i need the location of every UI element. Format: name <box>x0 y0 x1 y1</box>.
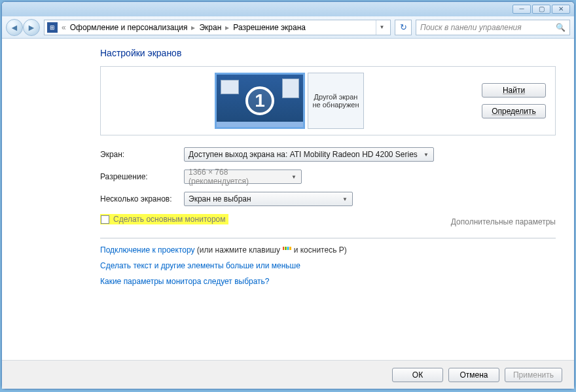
primary-monitor-checkbox[interactable] <box>101 215 109 224</box>
multi-select[interactable]: Экран не выбран ▼ <box>184 192 353 206</box>
breadcrumb-prefix: « <box>62 23 66 32</box>
monitor-primary[interactable]: 1 <box>215 73 305 129</box>
display-row: Экран: Доступен выход экрана на: ATI Mob… <box>100 147 556 162</box>
projector-link[interactable]: Подключение к проектору (или нажмите кла… <box>100 245 556 255</box>
advanced-settings-link[interactable]: Дополнительные параметры <box>451 217 556 226</box>
cancel-button[interactable]: Отмена <box>448 368 499 382</box>
nav-row: ◄ ► ⊞ « Оформление и персонализация ▸ Эк… <box>2 16 574 39</box>
breadcrumb-item[interactable]: Разрешение экрана <box>233 23 306 32</box>
breadcrumb-item[interactable]: Экран <box>199 23 221 32</box>
which-monitor-link[interactable]: Какие параметры монитора следует выбрать… <box>100 277 556 286</box>
monitor-side-buttons: Найти Определить <box>482 83 546 118</box>
display-select[interactable]: Доступен выход экрана на: ATI Mobility R… <box>184 147 434 162</box>
back-button[interactable]: ◄ <box>6 19 23 36</box>
find-button[interactable]: Найти <box>482 83 546 98</box>
breadcrumb-item[interactable]: Оформление и персонализация <box>70 23 188 32</box>
windows-key-icon <box>282 247 291 255</box>
chevron-right-icon: ▸ <box>225 23 229 32</box>
search-placeholder: Поиск в панели управления <box>420 23 522 32</box>
page-title: Настройки экранов <box>100 48 556 58</box>
chevron-down-icon: ▼ <box>422 150 431 159</box>
search-icon: 🔍 <box>556 23 566 32</box>
display-label: Экран: <box>100 150 179 159</box>
minimize-button[interactable]: ─ <box>513 5 531 14</box>
monitor-preview-area: 1 Другой экран не обнаружен <box>106 73 473 129</box>
primary-monitor-checkbox-row: Сделать основным монитором <box>100 214 228 224</box>
search-input[interactable]: Поиск в панели управления 🔍 <box>416 20 570 35</box>
monitor-not-detected[interactable]: Другой экран не обнаружен <box>308 73 364 129</box>
text-size-link[interactable]: Сделать текст и другие элементы больше и… <box>100 261 556 270</box>
forward-button[interactable]: ► <box>23 19 40 36</box>
detect-button[interactable]: Определить <box>482 104 546 118</box>
monitor-number: 1 <box>245 86 274 115</box>
footer: ОК Отмена Применить <box>2 360 574 389</box>
close-button[interactable]: ✕ <box>552 5 570 14</box>
content-area: Настройки экранов 1 Другой экран не обна… <box>2 39 574 360</box>
chevron-down-icon: ▼ <box>340 194 350 204</box>
titlebar: ─ ▢ ✕ <box>2 2 574 16</box>
maximize-button[interactable]: ▢ <box>532 5 550 14</box>
resolution-label: Разрешение: <box>100 172 179 181</box>
primary-monitor-label: Сделать основным монитором <box>113 215 226 224</box>
resolution-select[interactable]: 1366 × 768 (рекомендуется) ▼ <box>184 169 302 184</box>
address-bar[interactable]: ⊞ « Оформление и персонализация ▸ Экран … <box>44 20 391 35</box>
chevron-right-icon: ▸ <box>191 23 195 32</box>
taskbar-icon <box>217 122 303 127</box>
apply-button[interactable]: Применить <box>505 368 562 382</box>
chevron-down-icon: ▼ <box>289 172 298 181</box>
window-icon <box>221 80 239 94</box>
nav-back-forward: ◄ ► <box>6 19 40 36</box>
window-icon <box>282 79 299 98</box>
window: ─ ▢ ✕ ◄ ► ⊞ « Оформление и персонализаци… <box>1 1 575 389</box>
control-panel-icon: ⊞ <box>47 22 58 33</box>
multi-row: Несколько экранов: Экран не выбран ▼ <box>100 192 556 206</box>
resolution-row: Разрешение: 1366 × 768 (рекомендуется) ▼ <box>100 169 556 184</box>
multi-label: Несколько экранов: <box>100 194 179 204</box>
advanced-row: Сделать основным монитором Дополнительны… <box>100 214 556 239</box>
ok-button[interactable]: ОК <box>392 368 443 382</box>
monitor-panel: 1 Другой экран не обнаружен Найти Опреде… <box>100 66 556 135</box>
address-dropdown[interactable]: ▼ <box>376 20 387 35</box>
refresh-button[interactable]: ↻ <box>395 20 412 35</box>
